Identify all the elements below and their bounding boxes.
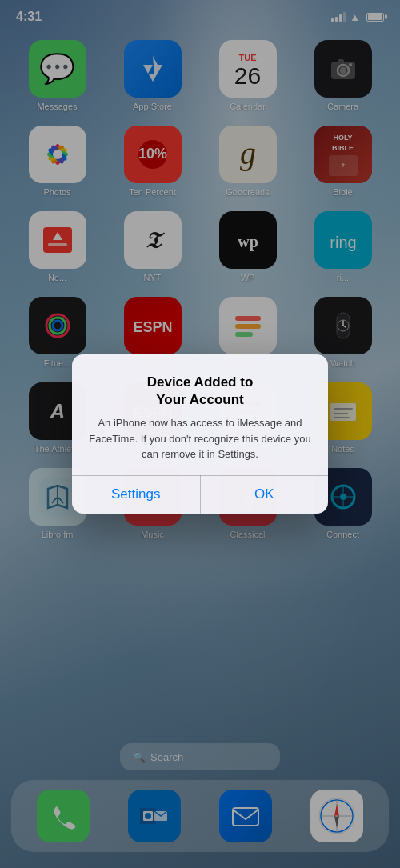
alert-overlay: Device Added toYour Account An iPhone no… <box>0 0 400 868</box>
alert-content: Device Added toYour Account An iPhone no… <box>72 354 328 475</box>
alert-buttons: Settings OK <box>72 475 328 514</box>
alert-title: Device Added toYour Account <box>88 374 312 409</box>
alert-ok-button[interactable]: OK <box>201 475 329 514</box>
alert-box: Device Added toYour Account An iPhone no… <box>72 354 328 514</box>
alert-settings-button[interactable]: Settings <box>72 475 201 514</box>
alert-message: An iPhone now has access to iMessage and… <box>88 415 312 462</box>
